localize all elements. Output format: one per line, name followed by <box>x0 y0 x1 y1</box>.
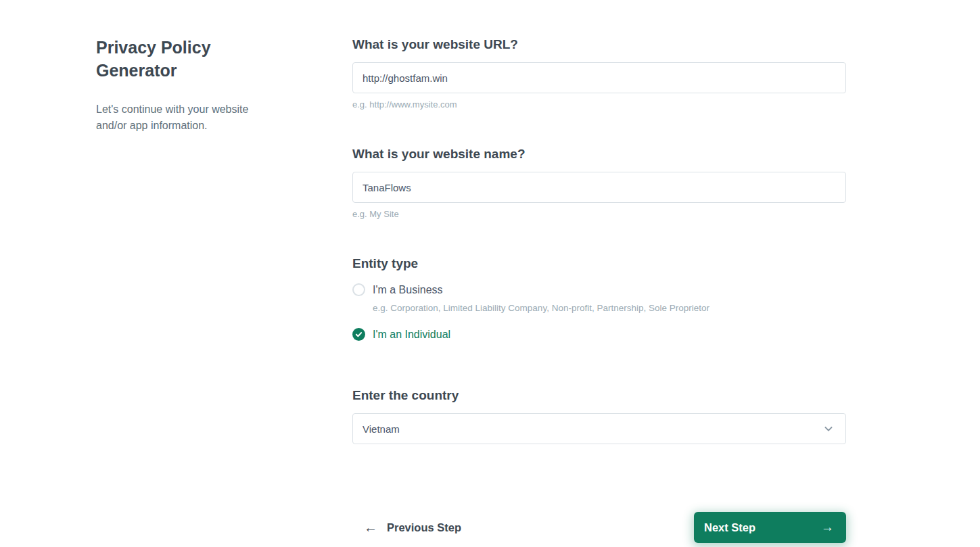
next-step-label: Next Step <box>704 521 755 534</box>
website-url-label: What is your website URL? <box>352 37 846 52</box>
country-group: Enter the country Vietnam <box>352 388 846 444</box>
radio-unchecked-icon[interactable] <box>352 283 365 296</box>
page-subtitle: Let's continue with your website and/or … <box>96 101 258 134</box>
form-panel: What is your website URL? e.g. http://ww… <box>352 37 846 543</box>
chevron-down-icon <box>822 423 835 435</box>
website-name-label: What is your website name? <box>352 147 846 162</box>
form-footer: ← Previous Step Next Step → <box>352 512 846 543</box>
website-url-hint: e.g. http://www.mysite.com <box>352 99 846 110</box>
previous-step-label: Previous Step <box>387 521 461 534</box>
intro-panel: Privacy Policy Generator Let's continue … <box>96 37 258 543</box>
radio-checked-icon[interactable] <box>352 328 365 341</box>
country-label: Enter the country <box>352 388 846 403</box>
page-layout: Privacy Policy Generator Let's continue … <box>0 0 980 543</box>
country-select-value: Vietnam <box>363 423 400 435</box>
checkmark-icon <box>355 331 363 338</box>
next-step-button[interactable]: Next Step → <box>694 512 846 543</box>
website-url-input[interactable] <box>352 62 846 93</box>
entity-option-business-label: I'm a Business <box>373 284 443 296</box>
entity-option-business-hint: e.g. Corporation, Limited Liability Comp… <box>373 303 846 313</box>
website-url-group: What is your website URL? e.g. http://ww… <box>352 37 846 110</box>
right-arrow-icon: → <box>821 520 834 535</box>
website-name-group: What is your website name? e.g. My Site <box>352 147 846 219</box>
entity-type-group: Entity type I'm a Business e.g. Corporat… <box>352 256 846 341</box>
left-arrow-icon: ← <box>364 520 377 536</box>
entity-option-business[interactable]: I'm a Business <box>352 283 846 296</box>
country-select[interactable]: Vietnam <box>352 413 846 444</box>
website-name-hint: e.g. My Site <box>352 209 846 219</box>
page-title: Privacy Policy Generator <box>96 36 258 82</box>
previous-step-button[interactable]: ← Previous Step <box>364 520 461 536</box>
entity-type-label: Entity type <box>352 256 846 271</box>
entity-option-individual-label: I'm an Individual <box>373 329 450 341</box>
website-name-input[interactable] <box>352 172 846 203</box>
entity-option-individual[interactable]: I'm an Individual <box>352 328 846 341</box>
